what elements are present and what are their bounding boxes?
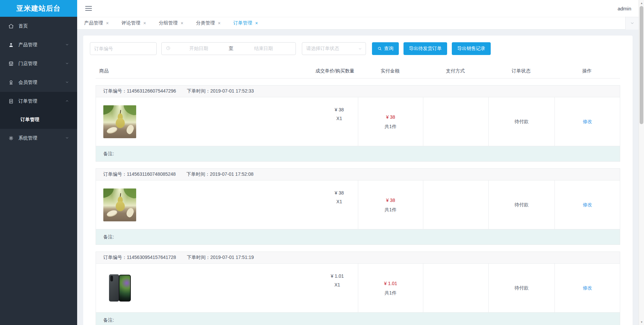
modify-link[interactable]: 修改 <box>583 285 592 291</box>
member-icon <box>8 79 14 86</box>
main-area: admin 产品管理 × 评论管理 × 分组管理 × 分类管理 × 订单管理 × <box>77 0 644 325</box>
sidebar-subitem-label: 订单管理 <box>20 117 39 123</box>
chevron-down-icon <box>65 80 69 85</box>
current-user[interactable]: admin <box>618 6 631 11</box>
store-icon <box>8 61 14 67</box>
sidebar-item-home[interactable]: 首页 <box>0 17 77 36</box>
paid-amount: ¥ 38 <box>386 196 395 205</box>
date-range-picker[interactable]: 开始日期 至 结束日期 <box>161 42 296 55</box>
chevron-down-icon <box>65 136 69 141</box>
product-cell: ¥ 38 X1 <box>96 180 358 229</box>
chevron-down-icon <box>65 61 69 66</box>
sidebar-item-order-management[interactable]: 订单管理 <box>0 92 77 111</box>
order-block: 订单编号：1145631160748085248 下单时间：2019-07-01… <box>96 168 620 245</box>
product-image-pear <box>103 105 136 138</box>
sidebar-subitem-order-management[interactable]: 订单管理 <box>0 111 77 129</box>
scroll-up-arrow-icon[interactable]: ▲ <box>639 0 644 6</box>
chevron-down-icon <box>630 21 635 25</box>
order-no-input[interactable] <box>90 42 157 55</box>
paid-amount-cell: ¥ 38 共1件 <box>358 180 423 229</box>
order-time: 下单时间：2019-07-01 17:51:19 <box>187 255 254 261</box>
pay-method-cell <box>423 180 488 229</box>
filter-row: 开始日期 至 结束日期 请选择订单状态 查询 导出待发货订单 导出销售记录 <box>90 42 626 55</box>
chevron-down-icon <box>65 42 69 48</box>
tab-group-management[interactable]: 分组管理 × <box>157 17 185 30</box>
paid-amount-cell: ¥ 38 共1件 <box>358 97 423 146</box>
sidebar-menu: 首页 产品管理 门店管理 会员管理 <box>0 17 77 148</box>
order-time: 下单时间：2019-07-01 17:52:08 <box>186 171 254 177</box>
sidebar-item-label: 订单管理 <box>18 98 65 104</box>
sidebar-item-member-management[interactable]: 会员管理 <box>0 73 77 92</box>
orders-table: 商品 成交单价/购买数量 实付金额 支付方式 订单状态 操作 订单编号：1145… <box>96 64 620 325</box>
tab-comment-management[interactable]: 评论管理 × <box>119 17 148 30</box>
close-icon[interactable]: × <box>218 21 221 25</box>
table-header-row: 商品 成交单价/购买数量 实付金额 支付方式 订单状态 操作 <box>96 64 620 78</box>
column-header-paid-amount: 实付金额 <box>358 68 423 74</box>
close-icon[interactable]: × <box>143 21 146 25</box>
quantity: X1 <box>335 114 344 123</box>
close-icon[interactable]: × <box>106 21 109 25</box>
gear-icon <box>8 135 14 141</box>
tab-category-management[interactable]: 分类管理 × <box>194 17 223 30</box>
export-sales-records-button[interactable]: 导出销售记录 <box>452 42 491 55</box>
close-icon[interactable]: × <box>255 21 258 25</box>
chevron-up-icon <box>65 99 69 104</box>
scrollbar-thumb[interactable] <box>640 6 643 124</box>
paid-amount-cell: ¥ 1.01 共1件 <box>358 264 423 312</box>
tab-product-management[interactable]: 产品管理 × <box>82 17 111 30</box>
select-placeholder: 请选择订单状态 <box>306 46 358 52</box>
unit-price: ¥ 38 <box>335 105 344 114</box>
quantity: X1 <box>331 280 344 289</box>
chevron-down-icon <box>358 47 362 51</box>
sidebar-group-order-management: 订单管理 订单管理 <box>0 92 77 129</box>
tab-order-management[interactable]: 订单管理 × <box>231 17 260 30</box>
sidebar-item-product-management[interactable]: 产品管理 <box>0 36 77 54</box>
search-icon <box>377 46 382 51</box>
order-management-card: 开始日期 至 结束日期 请选择订单状态 查询 导出待发货订单 导出销售记录 <box>83 36 633 325</box>
tab-label: 分组管理 <box>159 20 177 26</box>
scrollbar[interactable]: ▲ ▼ <box>639 0 644 325</box>
modify-link[interactable]: 修改 <box>583 202 592 208</box>
column-header-pay-method: 支付方式 <box>423 68 488 74</box>
unit-price: ¥ 38 <box>335 188 344 197</box>
order-remark: 备注: <box>96 229 620 245</box>
tab-overflow-button[interactable] <box>625 17 639 30</box>
order-status-cell: 待付款 <box>488 97 554 146</box>
export-pending-orders-button[interactable]: 导出待发货订单 <box>404 42 447 55</box>
column-header-actions: 操作 <box>554 68 620 74</box>
scroll-down-arrow-icon[interactable]: ▼ <box>639 319 644 325</box>
user-icon <box>8 42 14 48</box>
order-block: 订单编号：1145631266075447296 下单时间：2019-07-01… <box>96 85 620 162</box>
start-date-placeholder[interactable]: 开始日期 <box>171 46 227 52</box>
sidebar-item-system-management[interactable]: 系统管理 <box>0 129 77 148</box>
tab-label: 评论管理 <box>121 20 140 26</box>
search-button[interactable]: 查询 <box>372 42 399 55</box>
order-status-select[interactable]: 请选择订单状态 <box>302 42 366 55</box>
close-icon[interactable]: × <box>180 21 183 25</box>
sidebar-item-label: 系统管理 <box>18 135 65 141</box>
column-header-product: 商品 <box>96 68 312 74</box>
product-image-phone <box>103 272 136 305</box>
sidebar-item-store-management[interactable]: 门店管理 <box>0 54 77 73</box>
app-logo: 亚米建站后台 <box>0 0 77 17</box>
topbar: admin <box>77 0 639 17</box>
order-icon <box>8 98 14 104</box>
sidebar-item-label: 首页 <box>18 23 69 29</box>
order-row: ¥ 38 X1 ¥ 38 共1件 待付款 修改 <box>96 180 620 229</box>
product-image-pear <box>103 188 136 221</box>
hamburger-menu-icon[interactable] <box>85 5 92 12</box>
modify-link[interactable]: 修改 <box>583 119 592 125</box>
order-row: ¥ 1.01 X1 ¥ 1.01 共1件 待付款 修改 <box>96 264 620 313</box>
column-header-order-status: 订单状态 <box>488 68 554 74</box>
content: 开始日期 至 结束日期 请选择订单状态 查询 导出待发货订单 导出销售记录 <box>77 30 639 325</box>
tab-label: 订单管理 <box>233 20 252 26</box>
paid-amount: ¥ 1.01 <box>384 279 397 288</box>
product-cell: ¥ 38 X1 <box>96 97 358 146</box>
order-number: 订单编号：1145631266075447296 <box>103 88 176 94</box>
end-date-placeholder[interactable]: 结束日期 <box>235 46 291 52</box>
paid-count: 共1件 <box>385 205 397 214</box>
range-separator: 至 <box>227 46 235 52</box>
sidebar-item-label: 产品管理 <box>18 42 65 48</box>
home-icon <box>8 23 14 29</box>
tabbar: 产品管理 × 评论管理 × 分组管理 × 分类管理 × 订单管理 × <box>77 17 639 30</box>
